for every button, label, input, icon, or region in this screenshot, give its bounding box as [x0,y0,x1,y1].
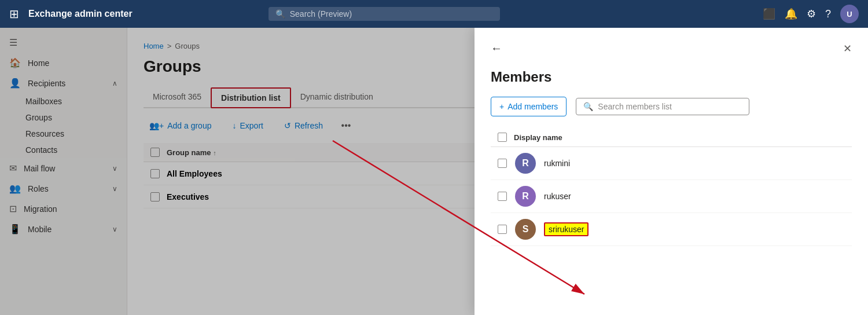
breadcrumb-current: Groups [175,42,200,50]
export-button[interactable]: ↓ Export [226,118,269,134]
sidebar-item-recipients[interactable]: 👤 Recipients ∧ [0,73,127,93]
tab-distribution-list[interactable]: Distribution list [211,87,291,108]
select-all-checkbox[interactable] [150,148,160,157]
member-avatar: R [515,153,536,174]
member-name: rukuser [544,192,571,201]
mailflow-chevron-icon: ∨ [112,164,117,173]
more-button[interactable]: ••• [338,118,354,134]
top-nav-icons: ⬛ 🔔 ⚙ ? U [763,5,859,23]
sidebar-item-contacts[interactable]: Contacts [25,142,127,158]
panel-actions: + Add members 🔍 [491,97,852,116]
panel-header: ← ✕ [491,42,852,55]
member-checkbox[interactable] [498,159,507,168]
col-display-name: Display name [514,133,562,142]
member-avatar: R [515,186,536,207]
sidebar-item-mobile-label: Mobile [28,225,52,234]
member-row[interactable]: S srirukuser [491,213,852,246]
help-icon[interactable]: ? [825,8,831,20]
refresh-label: Refresh [295,121,323,130]
roles-icon: 👥 [9,183,21,194]
global-search-input[interactable] [290,9,493,19]
add-members-label: Add members [507,102,558,111]
export-label: Export [240,121,263,130]
members-list-header: Display name [491,128,852,147]
add-members-button[interactable]: + Add members [491,97,567,116]
mailflow-icon: ✉ [9,163,17,174]
bell-icon[interactable]: 🔔 [785,8,797,20]
sidebar-collapse-button[interactable]: ☰ [0,32,127,53]
sidebar-item-mailflow-label: Mail flow [24,164,55,173]
sidebar-item-mailflow[interactable]: ✉ Mail flow ∨ [0,158,127,178]
breadcrumb-separator: > [167,42,172,50]
tab-dynamic-distribution[interactable]: Dynamic distribution [291,87,382,108]
sidebar-item-home[interactable]: 🏠 Home [0,53,127,73]
sidebar-item-migration-label: Migration [24,204,57,214]
panel-back-button[interactable]: ← [491,42,502,55]
mobile-chevron-icon: ∨ [112,225,117,233]
member-row[interactable]: R rukuser [491,180,852,213]
recipients-chevron-icon: ∧ [112,79,117,87]
sidebar-item-roles-label: Roles [28,184,49,193]
migration-icon: ⊡ [9,203,17,214]
member-checkbox[interactable] [498,192,507,201]
roles-chevron-icon: ∨ [112,185,117,193]
sidebar-item-roles[interactable]: 👥 Roles ∨ [0,178,127,199]
search-members-field[interactable]: 🔍 [576,98,749,115]
row-checkbox[interactable] [150,192,160,202]
sidebar-item-migration[interactable]: ⊡ Migration [0,199,127,219]
sidebar-item-mobile[interactable]: 📱 Mobile ∨ [0,219,127,239]
row-checkbox[interactable] [150,169,160,178]
add-group-label: Add a group [167,121,211,130]
waffle-icon[interactable]: ⊞ [9,7,19,21]
global-search[interactable]: 🔍 [269,7,500,21]
members-panel: ← ✕ Members + Add members 🔍 Display name… [475,28,868,315]
breadcrumb-home[interactable]: Home [144,42,164,50]
mobile-icon: 📱 [9,224,21,235]
member-checkbox[interactable] [498,225,507,234]
terminal-icon[interactable]: ⬛ [763,8,775,20]
refresh-icon: ↺ [284,121,291,130]
recipients-subitems: Mailboxes Groups Resources Contacts [0,93,127,158]
refresh-button[interactable]: ↺ Refresh [278,118,329,134]
sidebar-item-mailboxes[interactable]: Mailboxes [25,93,127,109]
sidebar-item-home-label: Home [28,58,49,68]
sort-icon: ↑ [213,149,216,156]
member-row[interactable]: R rukmini [491,147,852,180]
top-navigation: ⊞ Exchange admin center 🔍 ⬛ 🔔 ⚙ ? U [0,0,868,28]
search-icon: 🔍 [275,9,285,19]
add-group-icon: 👥+ [149,121,164,130]
sidebar-item-recipients-label: Recipients [28,79,65,88]
panel-title: Members [491,69,852,85]
export-icon: ↓ [232,121,236,130]
member-avatar: S [515,219,536,240]
settings-icon[interactable]: ⚙ [807,8,816,20]
app-title: Exchange admin center [28,9,133,19]
home-icon: 🏠 [9,57,21,68]
col-group-name: Group name ↑ [167,148,216,157]
sidebar-item-groups[interactable]: Groups [25,109,127,126]
add-group-button[interactable]: 👥+ Add a group [144,118,217,134]
user-avatar[interactable]: U [840,5,859,23]
panel-close-button[interactable]: ✕ [843,42,852,55]
sidebar: ☰ 🏠 Home 👤 Recipients ∧ Mailboxes Groups… [0,28,127,315]
member-name-highlighted: srirukuser [544,222,589,236]
add-members-icon: + [499,102,504,111]
search-members-input[interactable] [598,102,742,111]
member-name: rukmini [544,159,570,168]
sidebar-item-resources[interactable]: Resources [25,126,127,142]
recipients-icon: 👤 [9,78,21,89]
search-members-icon: 🔍 [583,102,593,111]
tab-microsoft365[interactable]: Microsoft 365 [144,87,211,108]
members-select-all[interactable] [498,133,507,142]
